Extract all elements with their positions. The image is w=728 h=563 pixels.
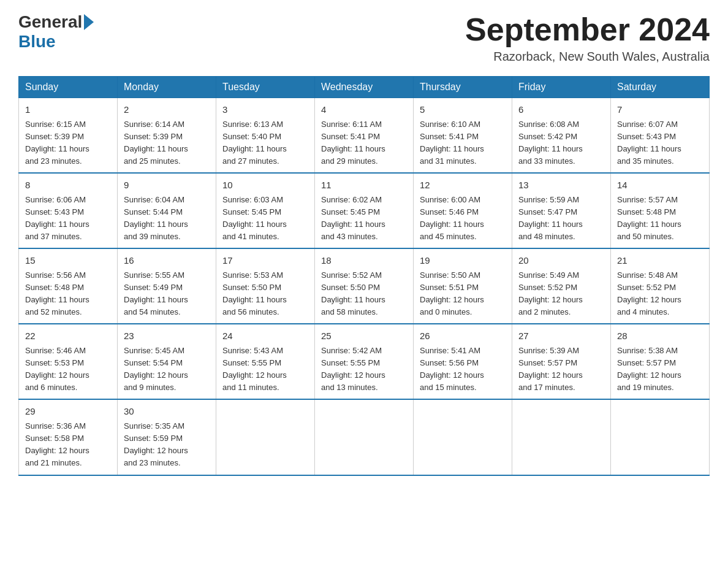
calendar-week-row-4: 22 Sunrise: 5:46 AMSunset: 5:53 PMDaylig… xyxy=(19,324,710,399)
title-section: September 2024 Razorback, New South Wale… xyxy=(465,12,710,64)
calendar-cell: 3 Sunrise: 6:13 AMSunset: 5:40 PMDayligh… xyxy=(216,98,315,174)
day-number: 29 xyxy=(25,405,111,419)
calendar-cell xyxy=(512,399,611,475)
day-number: 18 xyxy=(321,254,407,268)
day-info: Sunrise: 5:52 AMSunset: 5:50 PMDaylight:… xyxy=(321,269,407,319)
day-number: 13 xyxy=(518,178,604,193)
day-info: Sunrise: 6:14 AMSunset: 5:39 PMDaylight:… xyxy=(124,118,210,168)
calendar-cell: 4 Sunrise: 6:11 AMSunset: 5:41 PMDayligh… xyxy=(315,98,414,174)
day-number: 1 xyxy=(25,103,111,117)
calendar-cell: 29 Sunrise: 5:36 AMSunset: 5:58 PMDaylig… xyxy=(19,399,118,475)
day-number: 11 xyxy=(321,178,407,193)
calendar-cell: 20 Sunrise: 5:49 AMSunset: 5:52 PMDaylig… xyxy=(512,248,611,324)
calendar-cell: 8 Sunrise: 6:06 AMSunset: 5:43 PMDayligh… xyxy=(19,173,118,248)
calendar-cell: 10 Sunrise: 6:03 AMSunset: 5:45 PMDaylig… xyxy=(216,173,315,248)
day-info: Sunrise: 6:13 AMSunset: 5:40 PMDaylight:… xyxy=(222,118,308,168)
day-number: 19 xyxy=(420,254,506,268)
day-info: Sunrise: 6:04 AMSunset: 5:44 PMDaylight:… xyxy=(124,194,210,243)
day-number: 30 xyxy=(124,405,210,419)
calendar-cell: 12 Sunrise: 6:00 AMSunset: 5:46 PMDaylig… xyxy=(414,173,512,248)
day-info: Sunrise: 5:53 AMSunset: 5:50 PMDaylight:… xyxy=(222,269,308,319)
calendar-cell: 23 Sunrise: 5:45 AMSunset: 5:54 PMDaylig… xyxy=(118,324,216,399)
calendar-cell: 7 Sunrise: 6:07 AMSunset: 5:43 PMDayligh… xyxy=(611,98,710,174)
day-number: 8 xyxy=(25,178,111,193)
calendar-week-row-5: 29 Sunrise: 5:36 AMSunset: 5:58 PMDaylig… xyxy=(19,399,710,475)
calendar-week-row-3: 15 Sunrise: 5:56 AMSunset: 5:48 PMDaylig… xyxy=(19,248,710,324)
header-friday: Friday xyxy=(512,77,611,98)
calendar-cell: 24 Sunrise: 5:43 AMSunset: 5:55 PMDaylig… xyxy=(216,324,315,399)
page-header: General Blue September 2024 Razorback, N… xyxy=(18,12,710,64)
day-info: Sunrise: 6:10 AMSunset: 5:41 PMDaylight:… xyxy=(420,118,506,168)
day-number: 24 xyxy=(222,329,308,343)
calendar-cell: 14 Sunrise: 5:57 AMSunset: 5:48 PMDaylig… xyxy=(611,173,710,248)
header-monday: Monday xyxy=(118,77,216,98)
day-info: Sunrise: 6:02 AMSunset: 5:45 PMDaylight:… xyxy=(321,194,407,243)
day-number: 7 xyxy=(617,103,703,117)
day-number: 6 xyxy=(518,103,604,117)
logo: General Blue xyxy=(18,12,94,52)
calendar-cell xyxy=(315,399,414,475)
calendar-week-row-2: 8 Sunrise: 6:06 AMSunset: 5:43 PMDayligh… xyxy=(19,173,710,248)
day-info: Sunrise: 5:43 AMSunset: 5:55 PMDaylight:… xyxy=(222,345,308,394)
day-number: 2 xyxy=(124,103,210,117)
day-number: 26 xyxy=(420,329,506,343)
calendar-cell: 13 Sunrise: 5:59 AMSunset: 5:47 PMDaylig… xyxy=(512,173,611,248)
calendar-table: Sunday Monday Tuesday Wednesday Thursday… xyxy=(18,76,710,475)
calendar-cell: 26 Sunrise: 5:41 AMSunset: 5:56 PMDaylig… xyxy=(414,324,512,399)
calendar-cell: 16 Sunrise: 5:55 AMSunset: 5:49 PMDaylig… xyxy=(118,248,216,324)
day-info: Sunrise: 5:46 AMSunset: 5:53 PMDaylight:… xyxy=(25,345,111,394)
logo-blue: Blue xyxy=(18,32,56,51)
header-wednesday: Wednesday xyxy=(315,77,414,98)
day-info: Sunrise: 5:39 AMSunset: 5:57 PMDaylight:… xyxy=(518,345,604,394)
day-number: 20 xyxy=(518,254,604,268)
header-tuesday: Tuesday xyxy=(216,77,315,98)
day-number: 25 xyxy=(321,329,407,343)
logo-general: General xyxy=(18,12,82,32)
day-info: Sunrise: 5:35 AMSunset: 5:59 PMDaylight:… xyxy=(124,420,210,470)
day-info: Sunrise: 5:57 AMSunset: 5:48 PMDaylight:… xyxy=(617,194,703,243)
day-number: 17 xyxy=(222,254,308,268)
day-info: Sunrise: 6:11 AMSunset: 5:41 PMDaylight:… xyxy=(321,118,407,168)
calendar-cell: 25 Sunrise: 5:42 AMSunset: 5:55 PMDaylig… xyxy=(315,324,414,399)
day-number: 12 xyxy=(420,178,506,193)
calendar-cell: 5 Sunrise: 6:10 AMSunset: 5:41 PMDayligh… xyxy=(414,98,512,174)
day-info: Sunrise: 6:00 AMSunset: 5:46 PMDaylight:… xyxy=(420,194,506,243)
day-info: Sunrise: 5:55 AMSunset: 5:49 PMDaylight:… xyxy=(124,269,210,319)
day-info: Sunrise: 5:41 AMSunset: 5:56 PMDaylight:… xyxy=(420,345,506,394)
day-number: 22 xyxy=(25,329,111,343)
day-number: 9 xyxy=(124,178,210,193)
day-number: 28 xyxy=(617,329,703,343)
calendar-cell: 17 Sunrise: 5:53 AMSunset: 5:50 PMDaylig… xyxy=(216,248,315,324)
day-info: Sunrise: 6:06 AMSunset: 5:43 PMDaylight:… xyxy=(25,194,111,243)
day-info: Sunrise: 5:36 AMSunset: 5:58 PMDaylight:… xyxy=(25,420,111,470)
calendar-cell: 9 Sunrise: 6:04 AMSunset: 5:44 PMDayligh… xyxy=(118,173,216,248)
calendar-cell: 2 Sunrise: 6:14 AMSunset: 5:39 PMDayligh… xyxy=(118,98,216,174)
calendar-cell: 18 Sunrise: 5:52 AMSunset: 5:50 PMDaylig… xyxy=(315,248,414,324)
day-number: 4 xyxy=(321,103,407,117)
day-info: Sunrise: 6:07 AMSunset: 5:43 PMDaylight:… xyxy=(617,118,703,168)
day-number: 10 xyxy=(222,178,308,193)
day-info: Sunrise: 5:50 AMSunset: 5:51 PMDaylight:… xyxy=(420,269,506,319)
day-info: Sunrise: 5:38 AMSunset: 5:57 PMDaylight:… xyxy=(617,345,703,394)
calendar-cell: 15 Sunrise: 5:56 AMSunset: 5:48 PMDaylig… xyxy=(19,248,118,324)
calendar-cell: 6 Sunrise: 6:08 AMSunset: 5:42 PMDayligh… xyxy=(512,98,611,174)
calendar-cell xyxy=(414,399,512,475)
day-info: Sunrise: 5:45 AMSunset: 5:54 PMDaylight:… xyxy=(124,345,210,394)
day-info: Sunrise: 6:03 AMSunset: 5:45 PMDaylight:… xyxy=(222,194,308,243)
calendar-cell: 27 Sunrise: 5:39 AMSunset: 5:57 PMDaylig… xyxy=(512,324,611,399)
day-info: Sunrise: 5:49 AMSunset: 5:52 PMDaylight:… xyxy=(518,269,604,319)
calendar-cell: 30 Sunrise: 5:35 AMSunset: 5:59 PMDaylig… xyxy=(118,399,216,475)
calendar-cell: 1 Sunrise: 6:15 AMSunset: 5:39 PMDayligh… xyxy=(19,98,118,174)
calendar-cell: 21 Sunrise: 5:48 AMSunset: 5:52 PMDaylig… xyxy=(611,248,710,324)
calendar-header-row: Sunday Monday Tuesday Wednesday Thursday… xyxy=(19,77,710,98)
calendar-week-row-1: 1 Sunrise: 6:15 AMSunset: 5:39 PMDayligh… xyxy=(19,98,710,174)
calendar-cell: 19 Sunrise: 5:50 AMSunset: 5:51 PMDaylig… xyxy=(414,248,512,324)
day-number: 5 xyxy=(420,103,506,117)
calendar-cell xyxy=(611,399,710,475)
calendar-cell: 11 Sunrise: 6:02 AMSunset: 5:45 PMDaylig… xyxy=(315,173,414,248)
day-number: 21 xyxy=(617,254,703,268)
month-year-title: September 2024 xyxy=(465,12,710,47)
day-number: 3 xyxy=(222,103,308,117)
day-number: 23 xyxy=(124,329,210,343)
header-thursday: Thursday xyxy=(414,77,512,98)
